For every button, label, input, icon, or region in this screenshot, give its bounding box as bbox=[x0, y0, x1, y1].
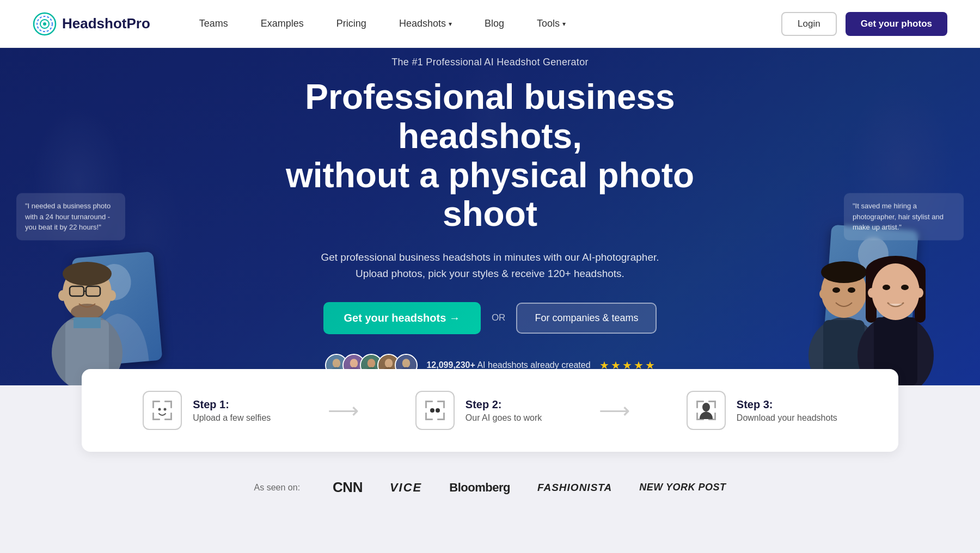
step-1: Step 1: Upload a few selfies bbox=[143, 391, 271, 430]
svg-point-39 bbox=[350, 359, 358, 367]
right-person-photo-front bbox=[844, 217, 947, 385]
svg-rect-61 bbox=[425, 401, 427, 408]
step-2: Step 2: Our AI goes to work bbox=[415, 391, 542, 430]
hero-desc-line1: Get professional business headshots in m… bbox=[321, 251, 659, 263]
testimonial-right: "It saved me hiring a photographer, hair… bbox=[844, 193, 964, 241]
left-person-svg bbox=[33, 222, 142, 385]
nav-tools[interactable]: Tools ▾ bbox=[520, 0, 582, 48]
press-cnn: CNN bbox=[333, 479, 363, 496]
svg-point-34 bbox=[916, 288, 923, 298]
svg-point-48 bbox=[402, 359, 410, 367]
step-2-number: Step 2: bbox=[465, 398, 542, 411]
hero-or-text: OR bbox=[492, 312, 506, 323]
steps-section: Step 1: Upload a few selfies ⟶ Step 2: bbox=[82, 369, 898, 452]
svg-point-33 bbox=[868, 288, 875, 298]
step-1-icon-box bbox=[143, 391, 182, 430]
nav-blog[interactable]: Blog bbox=[468, 0, 520, 48]
get-photos-button[interactable]: Get your photos bbox=[846, 12, 947, 36]
for-companies-button[interactable]: For companies & teams bbox=[516, 303, 657, 334]
step-3-text: Step 3: Download your headshots bbox=[737, 398, 837, 423]
svg-point-13 bbox=[58, 290, 67, 301]
hero-section: "I needed a business photo with a 24 hou… bbox=[0, 48, 980, 385]
svg-point-36 bbox=[333, 359, 340, 367]
svg-point-30 bbox=[872, 263, 920, 320]
nav-headshots[interactable]: Headshots ▾ bbox=[383, 0, 468, 48]
logo-text: HeadshotPro bbox=[62, 15, 150, 32]
right-woman-svg bbox=[844, 217, 947, 385]
svg-rect-55 bbox=[152, 419, 160, 420]
step-3-icon-box bbox=[687, 391, 726, 430]
social-count: 12,099,230+ bbox=[426, 360, 475, 370]
step-arrow-1: ⟶ bbox=[328, 398, 359, 423]
svg-rect-57 bbox=[170, 413, 172, 420]
svg-point-42 bbox=[367, 359, 375, 367]
svg-point-14 bbox=[107, 290, 116, 301]
tools-dropdown-icon: ▾ bbox=[562, 20, 566, 28]
svg-rect-65 bbox=[425, 419, 433, 420]
logo-icon bbox=[33, 12, 57, 36]
step-3: Step 3: Download your headshots bbox=[687, 391, 837, 430]
svg-point-23 bbox=[832, 287, 840, 293]
hero-desc-line2: Upload photos, pick your styles & receiv… bbox=[356, 268, 624, 279]
hero-description: Get professional business headshots in m… bbox=[245, 249, 735, 282]
login-button[interactable]: Login bbox=[781, 12, 837, 36]
svg-point-31 bbox=[883, 285, 890, 290]
nav-pricing[interactable]: Pricing bbox=[320, 0, 383, 48]
svg-rect-73 bbox=[714, 401, 716, 408]
step-2-icon-box bbox=[415, 391, 455, 430]
headshots-dropdown-icon: ▾ bbox=[449, 20, 452, 28]
press-logos: CNN VICE Bloomberg FASHIONISTA NEW YORK … bbox=[333, 479, 726, 496]
press-label: As seen on: bbox=[254, 483, 301, 493]
svg-point-8 bbox=[63, 262, 112, 286]
hero-title-line2: without a physical photo shoot bbox=[286, 156, 694, 234]
navbar: HeadshotPro Teams Examples Pricing Heads… bbox=[0, 0, 980, 48]
svg-point-58 bbox=[158, 408, 161, 411]
svg-point-78 bbox=[702, 403, 710, 411]
nav-examples[interactable]: Examples bbox=[244, 0, 320, 48]
press-nypost: NEW YORK POST bbox=[639, 482, 726, 493]
left-photo-area bbox=[33, 211, 169, 385]
press-fashionista: FASHIONISTA bbox=[537, 482, 612, 494]
step-3-description: Download your headshots bbox=[737, 413, 837, 423]
hero-content: The #1 Professional AI Headshot Generato… bbox=[245, 57, 735, 376]
nav-links: Teams Examples Pricing Headshots ▾ Blog … bbox=[183, 0, 781, 48]
svg-rect-15 bbox=[74, 317, 101, 328]
step-2-text: Step 2: Our AI goes to work bbox=[465, 398, 542, 423]
svg-point-59 bbox=[164, 408, 167, 411]
svg-point-21 bbox=[819, 289, 827, 299]
nav-teams[interactable]: Teams bbox=[183, 0, 244, 48]
svg-point-69 bbox=[436, 408, 440, 413]
step-3-number: Step 3: bbox=[737, 398, 837, 411]
svg-rect-71 bbox=[696, 401, 698, 408]
press-vice: VICE bbox=[390, 481, 422, 495]
step-2-description: Our AI goes to work bbox=[465, 413, 542, 423]
step-1-number: Step 1: bbox=[193, 398, 271, 411]
svg-rect-51 bbox=[152, 401, 154, 408]
svg-rect-53 bbox=[170, 401, 172, 408]
svg-rect-77 bbox=[714, 413, 716, 420]
step-1-text: Step 1: Upload a few selfies bbox=[193, 398, 271, 423]
svg-point-32 bbox=[901, 285, 909, 290]
svg-point-45 bbox=[385, 359, 393, 367]
hero-cta-row: Get your headshots → OR For companies & … bbox=[245, 302, 735, 334]
hero-title: Professional business headshots, without… bbox=[245, 78, 735, 234]
logo[interactable]: HeadshotPro bbox=[33, 12, 150, 36]
social-label: AI headshots already created bbox=[475, 360, 591, 370]
step-1-description: Upload a few selfies bbox=[193, 413, 271, 423]
svg-point-3 bbox=[43, 22, 46, 26]
left-person-photo bbox=[33, 222, 142, 385]
get-headshots-button[interactable]: Get your headshots → bbox=[323, 302, 481, 334]
press-section: As seen on: CNN VICE Bloomberg FASHIONIS… bbox=[0, 452, 980, 523]
svg-point-68 bbox=[430, 408, 434, 413]
hero-subtitle: The #1 Professional AI Headshot Generato… bbox=[245, 57, 735, 68]
press-bloomberg: Bloomberg bbox=[449, 481, 510, 495]
step-1-icon bbox=[149, 397, 175, 423]
step-2-icon bbox=[422, 397, 448, 423]
svg-rect-63 bbox=[443, 401, 445, 408]
step-3-icon bbox=[693, 397, 719, 423]
svg-rect-67 bbox=[443, 413, 445, 420]
step-arrow-2: ⟶ bbox=[599, 398, 630, 423]
hero-title-line1: Professional business headshots, bbox=[305, 77, 675, 156]
nav-actions: Login Get your photos bbox=[781, 12, 947, 36]
